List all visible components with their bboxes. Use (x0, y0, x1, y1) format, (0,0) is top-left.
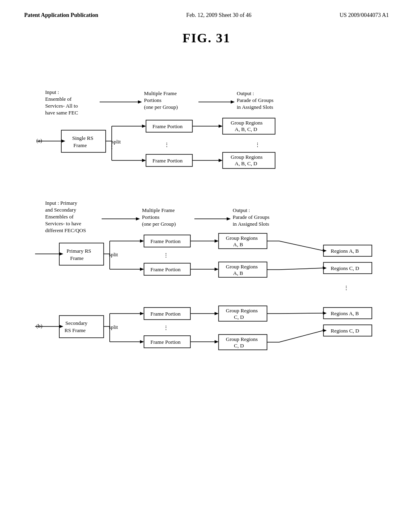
b-reg2-text: Regions C, D (331, 265, 359, 271)
svg-line-54 (279, 313, 323, 314)
b-output-text2: in Assigned Slots (233, 221, 269, 227)
a-middle-label1: Multiple Frame (144, 90, 177, 96)
b-dots-right: ⋮ (344, 285, 349, 291)
a-label: (a) (36, 137, 42, 143)
b-input-text2: Ensembles of (45, 214, 74, 220)
a-output-label: Output : (237, 90, 254, 96)
a-input-text3: have same FEC (45, 110, 78, 116)
b-gr3-line1: Group Regions (226, 308, 258, 314)
a-input-text2: Services- All to (45, 103, 78, 109)
figure-title: FIG. 31 (24, 31, 389, 46)
a-single-rs-line2: Frame (73, 142, 87, 148)
a-dots-mid: ⋮ (164, 141, 169, 148)
b-output-label: Output : (233, 207, 250, 213)
b-input-label: Input : Primary (45, 200, 77, 206)
svg-marker-33 (215, 268, 219, 271)
a-middle-label2: Portions (144, 97, 161, 103)
svg-marker-20 (227, 217, 231, 220)
b-secondary-rs-line2: RS Frame (65, 327, 86, 333)
a-gr1-line2: A, B, C, D (235, 126, 257, 132)
b-reg1-text: Regions A, B (331, 248, 359, 254)
svg-line-57 (279, 330, 323, 342)
a-output-text2: in Assigned Slots (237, 104, 273, 110)
a-middle-label3: (one per Group) (144, 104, 178, 110)
b-gr4-line1: Group Regions (226, 336, 258, 342)
b-reg3-text: Regions A, B (331, 310, 359, 316)
b-middle-label3: (one per Group) (142, 221, 176, 227)
page-header: Patent Application Publication Feb. 12, … (24, 12, 389, 19)
b-reg4-text: Regions C, D (331, 328, 359, 334)
b-input-text4: different FEC/QOS (45, 227, 86, 233)
b-dots-secondary: ⋮ (163, 324, 169, 330)
b-secondary-rs-line1: Secondary (65, 320, 88, 326)
b-gr2-line2: A, B (233, 270, 243, 276)
svg-marker-39 (140, 312, 144, 315)
svg-marker-31 (215, 239, 219, 243)
a-output-text1: Parade of Groups (237, 97, 273, 103)
b-gr3-line2: C, D (234, 314, 244, 320)
a-fp2-text: Frame Portion (152, 158, 183, 164)
svg-marker-9 (142, 125, 146, 128)
a-single-rs-line1: Single RS (72, 135, 93, 141)
b-split1-label: split (109, 251, 118, 258)
svg-marker-42 (140, 340, 144, 343)
diagram-area: Input : Ensemble of Services- All to hav… (24, 62, 389, 507)
header-center: Feb. 12, 2009 Sheet 30 of 46 (186, 12, 252, 19)
a-single-rs-box (61, 130, 106, 152)
a-gr2-line1: Group Regions (231, 154, 263, 160)
page: Patent Application Publication Feb. 12, … (0, 0, 413, 532)
a-fp1-text: Frame Portion (152, 123, 183, 129)
b-middle-label2: Portions (142, 214, 159, 220)
main-diagram: Input : Ensemble of Services- All to hav… (24, 62, 389, 505)
b-input-text3: Services- to have (45, 220, 81, 227)
svg-line-51 (279, 268, 323, 270)
b-output-text1: Parade of Groups (233, 214, 269, 220)
b-middle-label1: Multiple Frame (142, 207, 175, 213)
b-primary-rs-line1: Primary RS (67, 248, 91, 254)
b-secondary-rs-box (59, 316, 104, 338)
svg-marker-12 (142, 159, 146, 162)
b-dots-primary: ⋮ (163, 252, 169, 258)
b-split2-label: split (109, 324, 118, 330)
a-input-text1: Ensemble of (45, 96, 72, 102)
b-gr1-line1: Group Regions (226, 235, 258, 241)
b-gr4-line2: C, D (234, 343, 244, 349)
svg-marker-3 (231, 100, 235, 104)
svg-line-48 (279, 241, 323, 251)
svg-marker-14 (219, 125, 223, 128)
b-fp1-text: Frame Portion (150, 238, 181, 244)
svg-marker-44 (215, 312, 219, 315)
b-fp2-text: Frame Portion (150, 266, 181, 272)
b-primary-rs-box (59, 243, 104, 265)
b-label: (b) (36, 323, 42, 329)
b-input-text1: and Secondary (45, 207, 76, 213)
b-gr2-line1: Group Regions (226, 264, 258, 270)
header-right: US 2009/0044073 A1 (340, 12, 389, 19)
a-gr2-line2: A, B, C, D (235, 160, 257, 166)
a-dots-right: ⋮ (255, 141, 260, 148)
a-gr1-line1: Group Regions (231, 120, 263, 126)
a-dots-left: ⋮ (109, 143, 115, 150)
svg-marker-1 (138, 100, 142, 104)
b-fp4-text: Frame Portion (150, 339, 181, 345)
a-input-label: Input : (45, 89, 59, 95)
svg-marker-26 (140, 239, 144, 243)
svg-marker-29 (140, 268, 144, 271)
svg-marker-16 (219, 159, 223, 162)
header-left: Patent Application Publication (24, 12, 98, 19)
b-gr1-line2: A, B (233, 241, 243, 247)
svg-marker-18 (136, 217, 140, 220)
b-fp3-text: Frame Portion (150, 311, 181, 317)
svg-marker-46 (215, 340, 219, 343)
b-primary-rs-line2: Frame (70, 255, 83, 261)
